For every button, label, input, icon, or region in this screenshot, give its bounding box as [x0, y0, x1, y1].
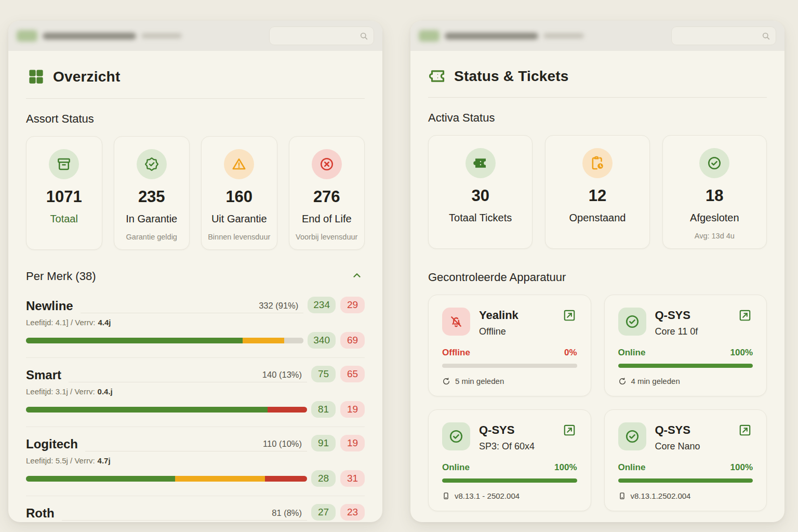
app-logo-blurred: [17, 30, 182, 42]
brand-progress-bar: [26, 407, 307, 413]
device-progress-track: [442, 364, 577, 368]
stat-value: 18: [667, 187, 762, 205]
grid-icon: [27, 68, 45, 86]
search-icon: [359, 31, 369, 41]
search-input[interactable]: [274, 32, 352, 40]
page-title: Overzicht: [53, 69, 120, 85]
stat-value: 235: [118, 188, 185, 206]
brand-meta: Leefitjd: 5.5j / Verrv:4.7j: [26, 456, 365, 465]
stat-value: 160: [206, 188, 273, 206]
badge-red: 23: [340, 504, 365, 521]
divider: [26, 98, 365, 99]
badge-green: 340: [308, 332, 336, 349]
open-external-button[interactable]: [562, 308, 577, 325]
device-card-qsys-core-nano[interactable]: Q-SYS Core Nano Online 100%: [604, 409, 767, 511]
brand-stat: 332 (91%): [259, 301, 298, 311]
search-box[interactable]: [671, 26, 776, 45]
device-card-qsys-core11[interactable]: Q-SYS Core 11 0f Online 100%: [604, 295, 767, 396]
device-name: Q-SYS: [655, 309, 698, 322]
brand-meta: Leefitjd: 4.1] / Verrv:4.4j: [26, 318, 365, 327]
brand-row-smart: Smart 140 (13%) 75 65 Leefitjd: 3.1j / V…: [26, 358, 365, 427]
search-box[interactable]: [269, 26, 374, 45]
icon-square: [618, 422, 646, 450]
badge-check-icon: [144, 156, 159, 172]
brand-meta: Leefitjd: 3.1j / Verrv:0.4.j: [26, 387, 365, 396]
icon-circle: [582, 148, 613, 178]
external-link-icon: [563, 423, 576, 437]
brand-progress-bar: [26, 476, 307, 482]
badge-green: 234: [308, 297, 336, 313]
brand-name: Roth: [26, 506, 55, 521]
assort-status-cards: 1071 Totaal 235 In Garantie Garantie gel…: [26, 136, 365, 250]
badge-red: 19: [340, 435, 365, 451]
stat-label: End of Life: [294, 213, 361, 225]
badge-red: 65: [340, 366, 365, 382]
device-version-icon: [442, 492, 450, 500]
stat-label: Openstaand: [550, 212, 645, 224]
check-circle-icon: [448, 429, 464, 444]
brand-stat: 140 (13%): [262, 370, 302, 380]
stat-value: 12: [550, 187, 645, 205]
devices-heading: Gecontroleerde Apparatuur: [428, 271, 767, 284]
brand-row-newline: Newline 332 (91%) 234 29 Leefitjd: 4.1] …: [26, 289, 365, 358]
stat-card-afgesloten: 18 Afgesloten Avg: 13d 4u: [662, 135, 767, 249]
badge-green: 27: [311, 504, 336, 521]
device-version-icon: [618, 492, 626, 500]
stat-label: Afgesloten: [667, 212, 762, 224]
badge-red: 69: [340, 332, 365, 349]
status-panel-header: [410, 21, 784, 51]
stat-label: Totaal: [31, 213, 98, 225]
activa-status-heading: Activa Status: [428, 111, 767, 125]
brand-name: Logitech: [26, 437, 78, 451]
search-input[interactable]: [676, 32, 754, 40]
overzicht-panel: Overzicht Assort Status 1071 Totaal: [8, 21, 382, 522]
external-link-icon: [738, 423, 752, 437]
icon-circle: [137, 149, 167, 179]
stat-card-uit-garantie: 160 Uit Garantie Binnen levensduur: [201, 136, 277, 250]
device-footer: v8.13.1 - 2502.004: [442, 491, 577, 500]
open-external-button[interactable]: [737, 308, 753, 325]
device-footer-text: v8.13.1 - 2502.004: [455, 491, 520, 500]
stat-value: 30: [433, 187, 528, 205]
stat-label: Uit Garantie: [206, 213, 273, 225]
clipboard-clock-icon: [590, 155, 605, 171]
device-footer-text: 4 min geleden: [631, 377, 680, 385]
stat-card-totaal: 1071 Totaal: [26, 136, 102, 250]
device-status: Online: [442, 462, 470, 473]
chevron-up-icon: [351, 270, 363, 281]
bell-off-icon: [449, 314, 463, 329]
device-percent: 100%: [730, 348, 753, 358]
refresh-icon: [618, 377, 627, 385]
badge-red: 29: [340, 297, 365, 313]
activa-status-cards: 30 Totaal Tickets 12 Openstaand: [428, 135, 767, 249]
collapse-button[interactable]: [349, 268, 365, 285]
device-progress-fill: [442, 478, 577, 483]
archive-icon: [56, 156, 72, 172]
stat-sublabel: Avg: 13d 4u: [667, 232, 762, 240]
device-cards: Yealink Offline Offline 0%: [428, 295, 767, 511]
brand-row-logitech: Logitech 110 (10%) 91 19 Leefitjd: 5.5j …: [26, 427, 365, 496]
open-external-button[interactable]: [562, 422, 577, 440]
x-circle-icon: [319, 156, 335, 172]
check-circle-icon: [707, 155, 722, 171]
device-card-qsys-sp3[interactable]: Q-SYS SP3: Of 60x4 Online 100%: [428, 409, 591, 511]
per-merk-heading: Per Merk (38): [26, 270, 96, 283]
search-icon: [761, 31, 771, 41]
refresh-icon: [442, 377, 450, 385]
device-percent: 0%: [564, 348, 577, 358]
device-subtitle: Core Nano: [655, 441, 700, 452]
device-status: Offline: [442, 348, 470, 358]
divider: [428, 97, 767, 98]
device-progress-track: [618, 364, 753, 368]
stat-card-totaal-tickets: 30 Totaal Tickets: [428, 135, 533, 249]
brand-name: Newline: [26, 299, 73, 313]
device-footer-text: v8.13.1.2502.004: [631, 491, 691, 500]
badge-red: 19: [340, 401, 365, 418]
device-name: Q-SYS: [479, 423, 535, 437]
device-footer: 5 min geleden: [442, 377, 577, 385]
device-progress-track: [618, 478, 753, 483]
device-card-yealink[interactable]: Yealink Offline Offline 0%: [428, 295, 591, 396]
badge-green: 81: [311, 401, 336, 418]
device-subtitle: Offline: [479, 326, 518, 337]
open-external-button[interactable]: [737, 422, 753, 440]
